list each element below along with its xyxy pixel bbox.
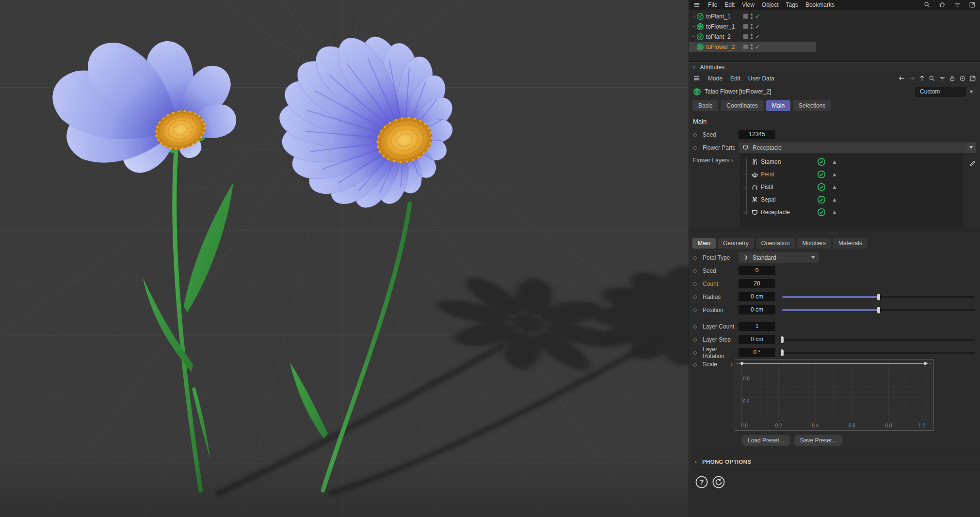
object-name[interactable]: toPlant_2 [706,33,742,40]
layer-name[interactable]: Stamen [761,158,817,165]
layer-chip[interactable] [743,14,748,19]
layer-row-petal[interactable]: Petal ▲ [741,168,962,181]
tab-basic[interactable]: Basic [692,100,718,111]
enabled-check-icon[interactable]: ✓ [755,33,760,40]
triangle-icon[interactable]: ▲ [832,184,837,190]
resize-handle[interactable]: ······ [689,230,980,236]
radius-slider[interactable] [782,296,975,298]
load-preset-button[interactable]: Load Preset... [741,435,790,446]
layer-name[interactable]: Sepal [761,196,817,203]
help-icon[interactable]: ? [695,475,708,489]
scale-spline-graph[interactable]: 0.80.40.00.20.40.60.81.0 [735,359,934,431]
reset-icon[interactable] [712,475,725,489]
subtab-materials[interactable]: Materials [833,238,868,249]
layer-chip[interactable] [743,34,748,39]
enabled-check-icon[interactable]: ✓ [755,43,760,50]
layer-row-receptacle[interactable]: Receptacle ▲ [741,206,962,219]
pencil-edit-icon[interactable] [969,160,976,167]
close-icon[interactable]: × [692,64,695,70]
layer-name[interactable]: Receptacle [761,209,817,216]
popout-icon[interactable] [968,1,976,9]
forward-arrow-icon[interactable] [908,75,916,82]
phong-options-section[interactable]: › PHONG OPTIONS [689,456,980,468]
subtab-geometry[interactable]: Geometry [718,238,754,249]
subtab-orientation[interactable]: Orientation [756,238,795,249]
search-icon[interactable] [928,75,936,82]
position-slider[interactable] [782,309,975,311]
hamburger-menu-icon[interactable] [693,1,701,9]
tab-selections[interactable]: Selections [793,100,831,111]
om-menu-edit[interactable]: Edit [724,1,735,8]
layer-chip[interactable] [743,24,748,29]
object-row-toplant2[interactable]: toPlant_2 ✓ [689,31,980,42]
enabled-check-icon[interactable]: ✓ [755,23,760,30]
object-name[interactable]: toFlower_1 [706,23,742,30]
preset-dropdown[interactable]: Custom [915,87,976,97]
seed-input[interactable]: 12345 [739,130,775,139]
count-input[interactable]: 20 [739,279,775,288]
layer-enabled-icon[interactable] [817,208,826,217]
enable-dots[interactable] [751,24,753,29]
popout-icon[interactable] [969,75,977,82]
attr-menu-mode[interactable]: Mode [708,75,723,82]
petal-type-dropdown[interactable]: Standard [739,252,819,263]
viewport-3d[interactable] [0,0,689,517]
object-row-toflower2-selected[interactable]: toFlower_2 ✓ [689,42,980,52]
layer-row-stamen[interactable]: Stamen ▲ [741,156,962,168]
enable-dots[interactable] [751,34,753,39]
layer-name-highlighted[interactable]: Petal [761,171,817,178]
home-icon[interactable] [938,1,946,9]
om-menu-bookmarks[interactable]: Bookmarks [805,1,835,8]
layer-enabled-icon[interactable] [817,157,826,166]
tab-main[interactable]: Main [766,100,790,111]
viewport-canvas[interactable] [0,0,689,517]
triangle-icon[interactable]: ▲ [832,158,837,165]
object-row-toplant1[interactable]: toPlant_1 ✓ [689,11,980,21]
preset-dropdown-value[interactable]: Custom [915,87,966,97]
chevron-down-icon[interactable] [966,142,976,153]
attr-menu-userdata[interactable]: User Data [748,75,774,82]
triangle-icon[interactable]: ▲ [832,171,837,178]
filter-icon[interactable] [938,75,946,82]
layer-chip[interactable] [743,44,748,49]
chevron-right-icon[interactable]: › [731,361,733,368]
triangle-icon[interactable]: ▲ [832,196,837,203]
search-icon[interactable] [923,1,931,9]
triangle-icon[interactable]: ▲ [832,209,837,216]
om-menu-tags[interactable]: Tags [786,1,798,8]
save-preset-button[interactable]: Save Preset... [794,435,843,446]
enable-dots[interactable] [751,14,753,19]
object-name[interactable]: toPlant_1 [706,13,742,20]
om-menu-view[interactable]: View [742,1,755,8]
back-arrow-icon[interactable] [898,75,905,82]
om-menu-file[interactable]: File [708,1,717,8]
hamburger-menu-icon[interactable] [692,75,700,82]
target-icon[interactable] [959,75,966,82]
layer-rotation-input[interactable]: 0 ° [739,348,775,357]
object-name[interactable]: toFlower_2 [706,44,742,50]
flower-parts-dropdown[interactable]: Receptacle [739,142,976,153]
subtab-modifiers[interactable]: Modifiers [797,238,831,249]
layer-count-input[interactable]: 1 [739,322,775,331]
filter-icon[interactable] [953,1,961,9]
om-menu-object[interactable]: Object [762,1,779,8]
layer-enabled-icon[interactable] [817,183,826,191]
position-input[interactable]: 0 cm [739,305,775,314]
tab-coordinates[interactable]: Coordinates [721,100,764,111]
radius-input[interactable]: 0 cm [739,292,775,301]
layer-step-input[interactable]: 0 cm [739,335,775,344]
subtab-main[interactable]: Main [692,238,716,249]
lock-icon[interactable] [948,75,956,82]
layer-enabled-icon[interactable] [817,170,826,179]
enable-dots[interactable] [751,44,753,49]
seed2-input[interactable]: 0 [739,266,775,275]
layer-row-pistil[interactable]: Pistil ▲ [741,181,962,193]
attr-menu-edit[interactable]: Edit [730,75,740,82]
layer-step-slider[interactable] [782,339,975,341]
object-row-toflower1[interactable]: toFlower_1 ✓ [689,21,980,31]
layer-rotation-slider[interactable] [782,352,975,354]
layer-enabled-icon[interactable] [817,195,826,204]
enabled-check-icon[interactable]: ✓ [755,13,760,20]
layer-row-sepal[interactable]: Sepal ▲ [741,193,962,206]
up-arrow-icon[interactable] [918,75,926,82]
